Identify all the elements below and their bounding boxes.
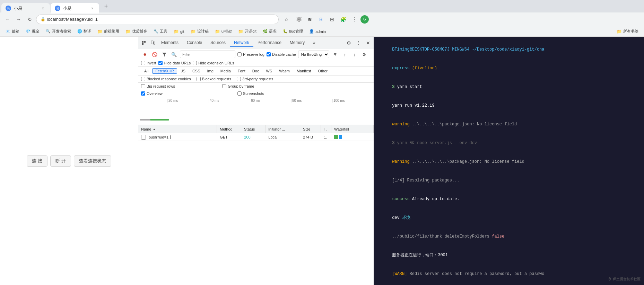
- settings-button[interactable]: ⚙: [360, 51, 368, 58]
- filter-other[interactable]: Other: [315, 68, 331, 74]
- browser-tab-2[interactable]: 易 小易 ×: [51, 3, 99, 14]
- filter-ws[interactable]: WS: [263, 68, 275, 74]
- bookmark-dev-search[interactable]: 🔍 开发者搜索: [43, 28, 74, 35]
- invert-checkbox[interactable]: [141, 61, 145, 65]
- tab-network[interactable]: Network: [230, 39, 253, 47]
- extra-button[interactable]: ⊞: [327, 15, 337, 24]
- record-button[interactable]: ●: [141, 51, 149, 58]
- bookmark-mail[interactable]: 📧 邮箱: [3, 28, 22, 35]
- overview-checkbox[interactable]: [141, 91, 145, 96]
- filter-fetch-xhr[interactable]: Fetch/XHR: [152, 68, 177, 74]
- import-button[interactable]: ↑: [341, 51, 349, 58]
- devtools-menu-button[interactable]: ⋮: [354, 39, 363, 47]
- hide-extension-urls-checkbox[interactable]: [193, 61, 197, 65]
- devtools-settings-button[interactable]: ⚙: [345, 39, 353, 47]
- user-avatar[interactable]: G: [360, 15, 369, 24]
- tick-60ms: 60 ms: [250, 99, 291, 103]
- third-party-requests-label[interactable]: 3rd-party requests: [237, 77, 273, 81]
- connect-button[interactable]: 连 接: [27, 155, 47, 167]
- tab-sources[interactable]: Sources: [206, 39, 230, 47]
- bookmark-yuque[interactable]: 🌿 语雀: [260, 28, 279, 35]
- preserve-log-label[interactable]: Preserve log: [237, 52, 264, 56]
- invert-label[interactable]: Invert: [141, 61, 156, 65]
- search-icon-button[interactable]: 🔍: [170, 51, 178, 58]
- more-button[interactable]: ⋮: [349, 15, 359, 24]
- new-tab-button[interactable]: +: [101, 1, 111, 11]
- filter-css[interactable]: CSS: [189, 68, 203, 74]
- filter-input[interactable]: [180, 51, 235, 58]
- filter-img[interactable]: Img: [204, 68, 217, 74]
- address-bar[interactable]: 🔒 localhost/Message?uid=1: [36, 15, 279, 24]
- filter-media[interactable]: Media: [217, 68, 234, 74]
- bookmark-blog[interactable]: 📁 优质博客: [123, 28, 150, 35]
- group-by-frame-label[interactable]: Group by frame: [222, 84, 254, 88]
- filter-font[interactable]: Font: [235, 68, 249, 74]
- bookmark-all[interactable]: 📁 所有书签: [614, 28, 641, 35]
- bookmark-juejin[interactable]: 💎 掘金: [23, 28, 42, 35]
- extension2-button[interactable]: 🧩: [338, 15, 348, 24]
- hide-data-urls-checkbox[interactable]: [158, 61, 163, 65]
- notion-button[interactable]: ≋: [305, 15, 315, 24]
- filter-doc[interactable]: Doc: [249, 68, 262, 74]
- bookmark-star-button[interactable]: ☆: [281, 15, 291, 24]
- bookmark-git[interactable]: 📁 git: [171, 28, 187, 35]
- bookmark-frontend[interactable]: 📁 前端常用: [95, 28, 122, 35]
- devtools-close-button[interactable]: ✕: [364, 39, 372, 47]
- preserve-log-checkbox[interactable]: [237, 52, 242, 56]
- table-row[interactable]: push?uid=1 | GET 200 Local 274 B 1.: [138, 133, 374, 141]
- big-request-rows-checkbox[interactable]: [141, 84, 145, 88]
- back-button[interactable]: ←: [3, 15, 12, 24]
- tab-more[interactable]: »: [309, 39, 320, 47]
- connect-buttons: 连 接 断 开 查看连接状态: [27, 155, 111, 167]
- filter-all[interactable]: All: [141, 68, 151, 74]
- hide-extension-urls-label[interactable]: Hide extension URLs: [193, 61, 234, 65]
- tab-close-2[interactable]: ×: [89, 6, 95, 11]
- tab-console[interactable]: Console: [183, 39, 206, 47]
- filter-js[interactable]: JS: [178, 68, 189, 74]
- blocked-requests-checkbox[interactable]: [197, 77, 201, 81]
- big-request-rows-label[interactable]: Big request rows: [141, 84, 175, 88]
- filter-manifest[interactable]: Manifest: [294, 68, 314, 74]
- bookmark-admin[interactable]: 👤 admin: [306, 28, 329, 34]
- td-time: 1.: [321, 133, 331, 141]
- clear-button[interactable]: 🚫: [151, 51, 158, 58]
- wifi-icon-button[interactable]: [331, 51, 339, 58]
- blocked-requests-label[interactable]: Blocked requests: [197, 77, 231, 81]
- bookmark-tools[interactable]: 🔧 工具: [151, 28, 170, 35]
- hide-data-urls-label[interactable]: Hide data URLs: [158, 61, 191, 65]
- screenshots-checkbox[interactable]: [237, 91, 242, 96]
- forward-button[interactable]: →: [14, 15, 24, 24]
- blocked-response-cookies-checkbox[interactable]: [141, 77, 145, 81]
- bookmark-bug[interactable]: 🐛 bug管理: [280, 28, 306, 35]
- blocked-response-cookies-label[interactable]: Blocked response cookies: [141, 77, 191, 81]
- browser-tab-1[interactable]: 易 小易 ×: [1, 3, 50, 14]
- disable-cache-checkbox[interactable]: [267, 52, 271, 56]
- disconnect-button[interactable]: 断 开: [50, 155, 71, 167]
- screenshots-label[interactable]: Screenshots: [237, 91, 264, 96]
- bookmark-translate[interactable]: 🌐 翻译: [75, 28, 94, 35]
- overview-label[interactable]: Overview: [141, 91, 163, 96]
- tab-close-1[interactable]: ×: [40, 6, 46, 11]
- bookmark-label: 掘金: [32, 29, 40, 34]
- filter-icon-button[interactable]: [160, 51, 168, 58]
- tab-elements[interactable]: Elements: [157, 39, 183, 47]
- disable-cache-label[interactable]: Disable cache: [267, 52, 296, 56]
- filter-wasm[interactable]: Wasm: [276, 68, 293, 74]
- tab-performance[interactable]: Performance: [253, 39, 286, 47]
- third-party-requests-checkbox[interactable]: [237, 77, 241, 81]
- throttle-select[interactable]: No throttling: [298, 51, 329, 58]
- extensions-button[interactable]: 🐺: [294, 15, 304, 24]
- group-by-frame-checkbox[interactable]: [222, 84, 226, 88]
- tab-memory[interactable]: Memory: [286, 39, 309, 47]
- reload-button[interactable]: ↻: [25, 15, 35, 24]
- bookmark-opensource[interactable]: 📁 开源git: [235, 28, 259, 35]
- terminal-title-line: BTiming@DESKTOP-O58MG7J MINGW64 ~/Deskto…: [377, 40, 641, 59]
- bookmark-design[interactable]: 📁 设计稿: [188, 28, 211, 35]
- row-checkbox[interactable]: [141, 135, 146, 140]
- export-button[interactable]: ↓: [351, 51, 358, 58]
- bookmark-button[interactable]: B: [316, 15, 326, 24]
- status-button[interactable]: 查看连接状态: [74, 155, 111, 167]
- bookmark-ui[interactable]: 📁 ui框架: [212, 28, 235, 35]
- element-picker-button[interactable]: [140, 39, 148, 47]
- device-mode-button[interactable]: [149, 39, 157, 47]
